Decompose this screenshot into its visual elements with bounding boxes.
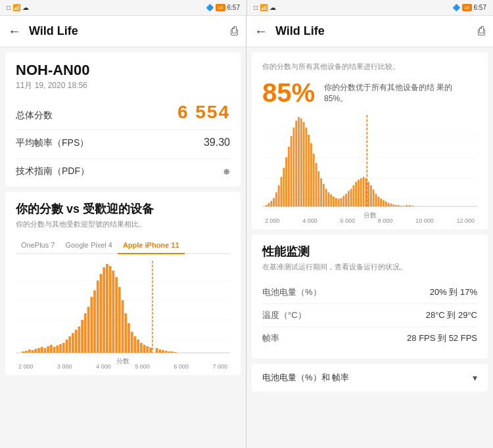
svg-rect-39	[128, 323, 130, 353]
svg-rect-79	[313, 154, 315, 206]
device-date: 11月 19, 2020 18:56	[16, 80, 230, 91]
svg-rect-66	[280, 177, 282, 206]
svg-rect-105	[375, 194, 377, 206]
svg-rect-77	[308, 135, 310, 206]
svg-rect-99	[363, 177, 365, 206]
svg-rect-5	[22, 351, 24, 353]
svg-rect-117	[406, 205, 408, 206]
percentile-subtitle: 你的分数与所有其他设备的结果进行比较。	[262, 62, 477, 72]
right-app-bar: ← Wild Life ⎙	[246, 16, 493, 47]
right-status-icons: □📶☁	[254, 4, 276, 11]
tab-iphone11[interactable]: Apple iPhone 11	[118, 237, 185, 254]
svg-rect-91	[342, 196, 344, 206]
svg-rect-43	[137, 340, 139, 353]
perf-row-battery: 电池电量（%） 20% 到 17%	[262, 281, 477, 304]
right-chart: 2 000 4 000 6 000 8 000 10 000 12 000 分数	[262, 115, 477, 220]
left-status-icons: □📶☁	[7, 4, 29, 11]
total-score-value: 6 554	[177, 102, 230, 123]
svg-rect-85	[328, 192, 330, 206]
svg-rect-95	[352, 185, 354, 206]
svg-rect-27	[90, 297, 93, 353]
svg-rect-98	[360, 178, 362, 206]
tab-oneplus7[interactable]: OnePlus 7	[16, 237, 60, 253]
svg-rect-46	[146, 346, 149, 353]
svg-rect-13	[47, 346, 49, 353]
left-share-button[interactable]: ⎙	[231, 24, 238, 38]
dropdown-row[interactable]: 电池电量（%）和 帧率 ▾	[252, 364, 488, 392]
status-bar: □📶☁ 🔷16 6:57 □📶☁ 🔷16 6:57	[0, 0, 493, 16]
right-time-icons: 🔷16 6:57	[452, 4, 486, 11]
svg-rect-12	[44, 348, 47, 353]
svg-rect-49	[158, 349, 161, 353]
svg-rect-119	[411, 206, 413, 206]
svg-rect-70	[291, 136, 293, 206]
svg-rect-7	[28, 349, 31, 353]
pdf-share-button[interactable]: ⎈	[223, 166, 230, 177]
svg-rect-97	[358, 180, 360, 207]
left-chart-svg	[16, 261, 230, 359]
svg-rect-50	[162, 350, 164, 353]
svg-rect-109	[385, 202, 387, 207]
svg-rect-72	[295, 121, 297, 207]
svg-rect-68	[285, 157, 287, 206]
svg-rect-17	[59, 344, 62, 353]
comparison-section: 你的分數 vs 受歡迎的设备 你的分数与其他受歡迎型號的结果相比。 OnePlu…	[5, 192, 241, 375]
left-chart-axis-label: 分数	[116, 357, 129, 366]
svg-rect-32	[106, 264, 108, 353]
svg-rect-18	[62, 343, 65, 353]
pdf-row: 技术指南（PDF） ⎈	[16, 166, 230, 177]
tab-pixel4[interactable]: Google Pixel 4	[60, 237, 118, 253]
temp-key: 温度（°C）	[262, 309, 306, 321]
svg-rect-107	[380, 199, 382, 207]
svg-rect-110	[388, 203, 390, 206]
svg-rect-35	[115, 277, 118, 353]
svg-rect-104	[373, 190, 375, 207]
svg-rect-103	[370, 185, 372, 206]
svg-rect-64	[275, 192, 277, 206]
svg-rect-101	[365, 178, 367, 206]
right-chart-axis-label: 分数	[364, 211, 377, 220]
right-back-button[interactable]: ←	[254, 24, 268, 39]
svg-rect-36	[118, 287, 121, 353]
svg-rect-19	[66, 340, 68, 353]
svg-rect-108	[383, 200, 385, 207]
svg-rect-102	[367, 182, 369, 207]
svg-rect-89	[338, 199, 340, 207]
right-app-title: Wild Life	[275, 24, 478, 38]
svg-rect-22	[75, 330, 78, 353]
svg-rect-118	[409, 205, 411, 206]
temp-val: 28°C 到 29°C	[426, 309, 477, 321]
right-panel-content: 你的分数与所有其他设备的结果进行比较。 85% 你的分数优于所有其他设备的结 果…	[246, 47, 493, 448]
svg-rect-69	[288, 146, 290, 206]
svg-rect-51	[165, 351, 168, 353]
svg-rect-8	[32, 350, 34, 353]
svg-rect-65	[278, 185, 280, 206]
svg-rect-74	[300, 118, 302, 206]
svg-rect-25	[84, 313, 87, 353]
status-bar-right: □📶☁ 🔷16 6:57	[246, 0, 493, 16]
left-app-bar: ← Wild Life ⎙	[0, 16, 246, 47]
left-back-button[interactable]: ←	[8, 24, 21, 39]
svg-rect-14	[50, 345, 53, 353]
svg-rect-42	[134, 336, 137, 353]
svg-rect-60	[266, 205, 268, 206]
svg-rect-90	[340, 198, 342, 206]
percentile-card: 你的分数与所有其他设备的结果进行比较。 85% 你的分数优于所有其他设备的结 果…	[252, 53, 488, 229]
svg-rect-88	[335, 198, 337, 206]
perf-row-framerate: 帧率 28 FPS 到 52 FPS	[262, 327, 477, 349]
svg-rect-94	[350, 189, 352, 207]
right-panel: ← Wild Life ⎙ 你的分数与所有其他设备的结果进行比较。 85% 你的…	[246, 16, 493, 448]
device-card: NOH-AN00 11月 19, 2020 18:56 总体分数 6 554 平…	[5, 53, 241, 187]
svg-rect-111	[390, 204, 392, 206]
svg-rect-9	[34, 349, 37, 353]
svg-rect-81	[317, 171, 319, 207]
svg-rect-62	[270, 201, 272, 207]
performance-card: 性能监测 在基准测试运行期间，查看设备运行的状况。 电池电量（%） 20% 到 …	[252, 235, 488, 359]
svg-rect-73	[298, 117, 300, 206]
perf-row-temp: 温度（°C） 28°C 到 29°C	[262, 304, 477, 327]
svg-rect-116	[402, 206, 404, 206]
pdf-label: 技术指南（PDF）	[16, 166, 89, 177]
right-chart-svg	[262, 115, 477, 213]
right-share-button[interactable]: ⎙	[478, 24, 485, 38]
percentile-desc: 你的分数优于所有其他设备的结 果的 85%。	[324, 79, 477, 104]
